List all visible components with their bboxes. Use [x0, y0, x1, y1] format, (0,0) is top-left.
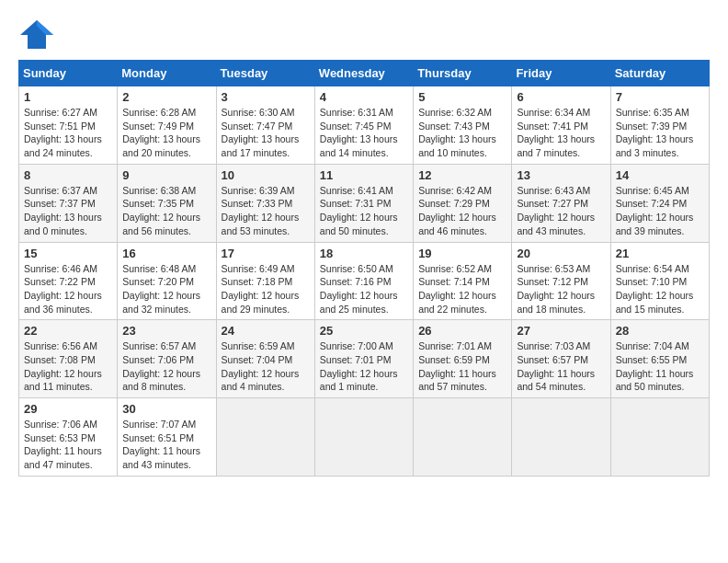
header-day-friday: Friday [512, 61, 610, 86]
calendar-cell: 5 Sunrise: 6:32 AM Sunset: 7:43 PM Dayli… [414, 86, 512, 165]
daylight-value: and 15 minutes. [616, 304, 685, 315]
sunset-label: Sunset: 7:08 PM [24, 354, 96, 365]
day-number: 15 [24, 247, 112, 260]
daylight-value: and 11 minutes. [24, 381, 93, 392]
daylight-label: Daylight: 12 hours [616, 290, 694, 301]
daylight-value: and 24 minutes. [24, 147, 93, 158]
calendar-cell [216, 398, 314, 477]
calendar-cell: 27 Sunrise: 7:03 AM Sunset: 6:57 PM Dayl… [512, 320, 610, 398]
daylight-label: Daylight: 13 hours [517, 133, 595, 144]
sunset-label: Sunset: 7:41 PM [517, 121, 588, 132]
daylight-value: and 4 minutes. [222, 381, 285, 392]
sunrise-label: Sunrise: 6:48 AM [122, 263, 196, 274]
sunrise-label: Sunrise: 6:52 AM [418, 263, 492, 274]
day-number: 3 [222, 90, 310, 104]
daylight-label: Daylight: 12 hours [616, 212, 694, 223]
day-info: Sunrise: 7:01 AM Sunset: 6:59 PM Dayligh… [418, 339, 506, 394]
daylight-value: and 36 minutes. [24, 304, 93, 315]
calendar-cell: 1 Sunrise: 6:27 AM Sunset: 7:51 PM Dayli… [19, 86, 118, 165]
day-number: 18 [320, 247, 408, 260]
day-number: 12 [418, 168, 506, 182]
day-number: 9 [122, 168, 210, 182]
daylight-value: and 8 minutes. [122, 381, 186, 392]
sunset-label: Sunset: 7:51 PM [24, 121, 96, 132]
daylight-value: and 50 minutes. [320, 225, 389, 236]
day-info: Sunrise: 6:54 AM Sunset: 7:10 PM Dayligh… [616, 262, 704, 316]
sunset-label: Sunset: 7:27 PM [517, 198, 588, 209]
day-number: 26 [418, 324, 506, 338]
daylight-value: and 39 minutes. [616, 225, 685, 236]
sunset-label: Sunset: 7:01 PM [320, 354, 392, 365]
sunset-label: Sunset: 6:51 PM [122, 432, 194, 443]
sunrise-label: Sunrise: 6:30 AM [222, 107, 295, 118]
sunrise-label: Sunrise: 6:54 AM [616, 263, 689, 274]
sunrise-label: Sunrise: 6:45 AM [616, 185, 689, 196]
day-info: Sunrise: 6:30 AM Sunset: 7:47 PM Dayligh… [222, 106, 310, 160]
sunset-label: Sunset: 7:33 PM [222, 198, 293, 209]
sunset-label: Sunset: 7:45 PM [320, 121, 392, 132]
sunset-label: Sunset: 7:14 PM [418, 276, 490, 287]
day-number: 19 [418, 247, 506, 260]
sunrise-label: Sunrise: 6:34 AM [517, 107, 590, 118]
sunrise-label: Sunrise: 6:42 AM [418, 185, 492, 196]
day-number: 21 [616, 247, 704, 260]
sunset-label: Sunset: 7:35 PM [122, 198, 194, 209]
day-info: Sunrise: 6:35 AM Sunset: 7:39 PM Dayligh… [616, 106, 704, 160]
day-info: Sunrise: 7:03 AM Sunset: 6:57 PM Dayligh… [517, 339, 605, 394]
sunset-label: Sunset: 7:29 PM [418, 198, 490, 209]
day-number: 29 [24, 402, 112, 416]
sunset-label: Sunset: 7:49 PM [122, 121, 194, 132]
sunrise-label: Sunrise: 6:27 AM [24, 107, 97, 118]
daylight-label: Daylight: 13 hours [222, 133, 300, 144]
day-info: Sunrise: 6:37 AM Sunset: 7:37 PM Dayligh… [24, 184, 112, 238]
calendar-week-3: 15 Sunrise: 6:46 AM Sunset: 7:22 PM Dayl… [19, 242, 710, 320]
sunrise-label: Sunrise: 6:43 AM [517, 185, 590, 196]
day-number: 1 [24, 90, 112, 104]
calendar-cell: 13 Sunrise: 6:43 AM Sunset: 7:27 PM Dayl… [512, 164, 610, 242]
calendar-cell [512, 398, 610, 477]
sunset-label: Sunset: 7:12 PM [517, 276, 588, 287]
sunset-label: Sunset: 7:39 PM [616, 121, 688, 132]
daylight-label: Daylight: 12 hours [122, 212, 200, 223]
day-info: Sunrise: 7:04 AM Sunset: 6:55 PM Dayligh… [616, 339, 704, 394]
calendar-cell: 6 Sunrise: 6:34 AM Sunset: 7:41 PM Dayli… [512, 86, 610, 165]
day-number: 4 [320, 90, 408, 104]
daylight-value: and 20 minutes. [122, 147, 191, 158]
daylight-value: and 18 minutes. [517, 304, 586, 315]
daylight-value: and 29 minutes. [222, 304, 290, 315]
sunrise-label: Sunrise: 6:31 AM [320, 107, 393, 118]
day-number: 6 [517, 90, 605, 104]
calendar-cell: 4 Sunrise: 6:31 AM Sunset: 7:45 PM Dayli… [314, 86, 413, 165]
day-info: Sunrise: 6:50 AM Sunset: 7:16 PM Dayligh… [320, 262, 408, 316]
daylight-value: and 10 minutes. [418, 147, 487, 158]
day-number: 2 [122, 90, 210, 104]
day-info: Sunrise: 6:52 AM Sunset: 7:14 PM Dayligh… [418, 262, 506, 316]
daylight-label: Daylight: 12 hours [222, 368, 300, 379]
day-number: 20 [517, 247, 605, 260]
day-number: 27 [517, 324, 605, 338]
calendar-cell [610, 398, 709, 477]
logo-icon [18, 18, 55, 51]
calendar-cell: 23 Sunrise: 6:57 AM Sunset: 7:06 PM Dayl… [118, 320, 216, 398]
sunrise-label: Sunrise: 6:57 AM [122, 340, 196, 351]
day-number: 5 [418, 90, 506, 104]
sunrise-label: Sunrise: 6:32 AM [418, 107, 492, 118]
day-info: Sunrise: 6:31 AM Sunset: 7:45 PM Dayligh… [320, 106, 408, 160]
daylight-label: Daylight: 12 hours [320, 212, 398, 223]
sunset-label: Sunset: 7:24 PM [616, 198, 688, 209]
daylight-label: Daylight: 13 hours [122, 133, 200, 144]
day-number: 16 [122, 247, 210, 260]
sunset-label: Sunset: 7:37 PM [24, 198, 96, 209]
day-number: 22 [24, 324, 112, 338]
day-number: 11 [320, 168, 408, 182]
daylight-label: Daylight: 11 hours [616, 368, 694, 379]
day-info: Sunrise: 6:57 AM Sunset: 7:06 PM Dayligh… [122, 339, 210, 394]
day-info: Sunrise: 6:32 AM Sunset: 7:43 PM Dayligh… [418, 106, 506, 160]
logo [18, 18, 59, 51]
day-info: Sunrise: 7:06 AM Sunset: 6:53 PM Dayligh… [24, 418, 112, 472]
calendar-cell: 18 Sunrise: 6:50 AM Sunset: 7:16 PM Dayl… [314, 242, 413, 320]
daylight-label: Daylight: 13 hours [320, 133, 398, 144]
sunrise-label: Sunrise: 6:49 AM [222, 263, 295, 274]
daylight-label: Daylight: 11 hours [418, 368, 496, 379]
daylight-label: Daylight: 13 hours [616, 133, 694, 144]
